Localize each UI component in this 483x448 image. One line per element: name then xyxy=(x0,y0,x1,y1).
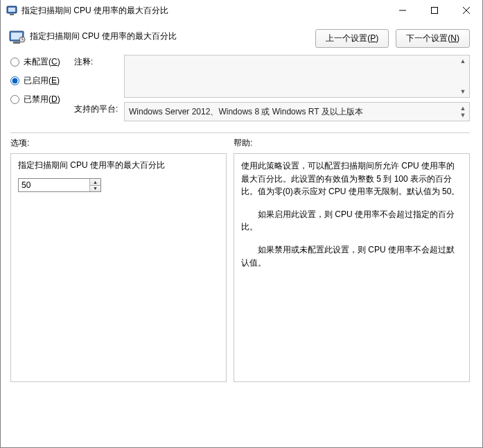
radio-enabled-input[interactable] xyxy=(10,76,19,85)
close-button[interactable] xyxy=(450,0,482,21)
radio-not-configured[interactable]: 未配置(C) xyxy=(10,56,74,68)
divider xyxy=(10,132,470,133)
radio-disabled[interactable]: 已禁用(D) xyxy=(10,94,74,105)
svg-rect-3 xyxy=(432,8,438,14)
help-header: 帮助: xyxy=(234,137,470,149)
policy-icon xyxy=(9,29,26,44)
spinner-down-button[interactable]: ▼ xyxy=(90,185,100,192)
titlebar: 指定扫描期间 CPU 使用率的最大百分比 xyxy=(1,0,482,21)
platforms-field: Windows Server 2012、Windows 8 或 Windows … xyxy=(124,102,470,121)
comment-field[interactable]: ▲ ▼ xyxy=(124,55,470,98)
maximize-button[interactable] xyxy=(419,0,450,21)
svg-rect-6 xyxy=(13,42,20,44)
help-text-1: 使用此策略设置，可以配置扫描期间所允许 CPU 使用率的最大百分比。此设置的有效… xyxy=(241,160,462,198)
cpu-percent-input[interactable] xyxy=(19,179,89,191)
app-icon xyxy=(6,5,17,16)
svg-rect-2 xyxy=(10,14,14,15)
option-cpu-label: 指定扫描期间 CPU 使用率的最大百分比 xyxy=(18,160,219,171)
scroll-down-icon[interactable]: ▼ xyxy=(458,111,468,119)
radio-disabled-input[interactable] xyxy=(10,95,19,104)
spinner-up-button[interactable]: ▲ xyxy=(90,179,100,185)
header: 指定扫描期间 CPU 使用率的最大百分比 上一个设置(P) 下一个设置(N) xyxy=(1,21,482,52)
options-header: 选项: xyxy=(10,137,234,149)
header-title: 指定扫描期间 CPU 使用率的最大百分比 xyxy=(30,29,315,42)
help-text-2: 如果启用此设置，则 CPU 使用率不会超过指定的百分比。 xyxy=(241,208,462,234)
svg-rect-1 xyxy=(8,8,15,12)
platforms-value: Windows Server 2012、Windows 8 或 Windows … xyxy=(129,106,363,118)
scroll-down-icon[interactable]: ▼ xyxy=(458,87,468,96)
radio-enabled[interactable]: 已启用(E) xyxy=(10,75,74,87)
platforms-label: 支持的平台: xyxy=(74,102,124,115)
radio-not-configured-input[interactable] xyxy=(10,58,19,67)
config-area: 未配置(C) 已启用(E) 已禁用(D) 注释: ▲ ▼ 支持的平台: Wind… xyxy=(1,52,482,128)
window-title: 指定扫描期间 CPU 使用率的最大百分比 xyxy=(21,5,387,17)
next-setting-button[interactable]: 下一个设置(N) xyxy=(396,29,470,48)
options-panel: 指定扫描期间 CPU 使用率的最大百分比 ▲ ▼ xyxy=(10,153,227,382)
previous-setting-button[interactable]: 上一个设置(P) xyxy=(315,29,389,48)
scroll-up-icon[interactable]: ▲ xyxy=(458,57,468,65)
window-controls xyxy=(387,0,482,21)
cpu-percent-spinner[interactable]: ▲ ▼ xyxy=(18,178,101,192)
help-panel: 使用此策略设置，可以配置扫描期间所允许 CPU 使用率的最大百分比。此设置的有效… xyxy=(234,153,470,382)
comment-label: 注释: xyxy=(74,55,124,68)
help-text-3: 如果禁用或未配置此设置，则 CPU 使用率不会超过默认值。 xyxy=(241,243,462,269)
minimize-button[interactable] xyxy=(387,0,419,21)
